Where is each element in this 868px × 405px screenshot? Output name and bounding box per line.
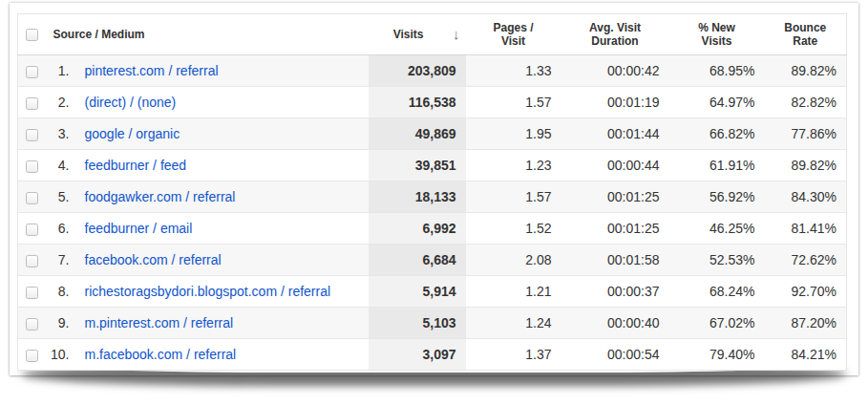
pct-new-visits-value: 68.95% [669,55,765,87]
row-checkbox[interactable] [26,350,38,362]
source-medium-link[interactable]: facebook.com / referral [85,252,222,267]
pages-per-visit-value: 1.33 [466,55,561,87]
pages-per-visit-value: 1.24 [466,308,561,339]
source-medium-table: Source / Medium Visits↓ Pages / Visit Av… [17,13,847,371]
column-header-source-medium[interactable]: Source / Medium [47,14,369,55]
visits-value: 6,684 [369,245,466,276]
table-row: 8. richestoragsbydori.blogspot.com / ref… [18,276,847,308]
bounce-rate-value: 72.62% [765,245,847,276]
pct-new-visits-value: 61.91% [669,150,765,181]
visits-value: 6,992 [369,213,466,245]
pct-new-visits-value: 52.53% [669,245,765,276]
pages-per-visit-value: 1.52 [466,213,561,245]
pages-per-visit-value: 1.37 [466,339,561,371]
row-rank: 9. [47,308,75,339]
source-medium-link[interactable]: richestoragsbydori.blogspot.com / referr… [85,284,331,299]
pct-new-visits-value: 66.82% [669,118,765,150]
visits-header-label: Visits [393,28,424,41]
pct-new-visits-value: 67.02% [669,308,765,339]
bounce-rate-value: 84.21% [765,339,847,371]
column-header-pct-new-visits[interactable]: % New Visits [669,14,765,55]
avg-visit-duration-header-line2: Duration [561,34,669,48]
bounce-rate-value: 84.30% [765,181,847,213]
avg-visit-duration-value: 00:00:42 [561,55,669,87]
visits-value: 49,869 [369,118,466,150]
row-checkbox[interactable] [26,192,38,204]
avg-visit-duration-value: 00:00:40 [561,308,669,339]
row-checkbox[interactable] [26,318,38,330]
table-row: 10. m.facebook.com / referral 3,097 1.37… [18,339,847,371]
bounce-rate-value: 89.82% [765,55,847,87]
bounce-rate-header-line1: Bounce [765,21,847,34]
row-rank: 8. [47,276,75,308]
row-checkbox[interactable] [26,97,38,110]
column-header-pages-visit[interactable]: Pages / Visit [466,14,561,55]
select-all-cell [18,14,47,55]
row-checkbox[interactable] [26,129,38,141]
avg-visit-duration-value: 00:01:44 [561,118,669,150]
source-medium-link[interactable]: feedburner / email [85,221,193,236]
row-checkbox[interactable] [26,160,38,173]
pct-new-visits-value: 68.24% [669,276,765,308]
row-rank: 1. [47,55,75,87]
table-row: 1. pinterest.com / referral 203,809 1.33… [18,55,847,87]
avg-visit-duration-value: 00:01:25 [561,181,669,213]
avg-visit-duration-value: 00:01:58 [561,245,669,276]
source-medium-header-label: Source / Medium [53,28,145,41]
source-medium-link[interactable]: feedburner / feed [85,158,187,173]
source-medium-link[interactable]: m.pinterest.com / referral [85,315,234,330]
pages-per-visit-value: 2.08 [466,245,561,276]
row-checkbox[interactable] [26,66,38,78]
pct-new-visits-value: 79.40% [669,339,765,371]
visits-value: 5,103 [369,308,466,339]
pages-per-visit-value: 1.23 [466,150,561,181]
source-medium-link[interactable]: (direct) / (none) [85,95,177,110]
report-card: Source / Medium Visits↓ Pages / Visit Av… [10,3,858,375]
pct-new-visits-value: 64.97% [669,87,765,118]
bounce-rate-header-line2: Rate [765,34,847,48]
visits-value: 116,538 [369,87,466,118]
table-row: 5. foodgawker.com / referral 18,133 1.57… [18,181,847,213]
visits-value: 39,851 [369,150,466,181]
bounce-rate-value: 89.82% [765,150,847,181]
pct-new-visits-header-line1: % New [669,21,765,34]
source-medium-link[interactable]: google / organic [85,126,180,141]
column-header-bounce-rate[interactable]: Bounce Rate [765,14,847,55]
row-checkbox[interactable] [26,287,38,299]
source-medium-link[interactable]: foodgawker.com / referral [85,189,236,204]
visits-value: 3,097 [369,339,466,371]
table-row: 4. feedburner / feed 39,851 1.23 00:00:4… [18,150,847,181]
bounce-rate-value: 92.70% [765,276,847,308]
pages-per-visit-value: 1.95 [466,118,561,150]
pct-new-visits-value: 56.92% [669,181,765,213]
pages-per-visit-value: 1.57 [466,87,561,118]
column-header-avg-visit-duration[interactable]: Avg. Visit Duration [561,14,669,55]
pages-visit-header-line1: Pages / [466,21,561,34]
pages-visit-header-line2: Visit [466,34,561,48]
select-all-checkbox[interactable] [26,29,38,41]
row-checkbox[interactable] [26,224,38,236]
source-medium-link[interactable]: pinterest.com / referral [85,63,219,78]
source-medium-link[interactable]: m.facebook.com / referral [85,347,237,362]
bounce-rate-value: 81.41% [765,213,847,245]
table-row: 7. facebook.com / referral 6,684 2.08 00… [18,245,847,276]
row-checkbox[interactable] [26,255,38,267]
pct-new-visits-value: 46.25% [669,213,765,245]
table-row: 3. google / organic 49,869 1.95 00:01:44… [18,118,847,150]
table-row: 2. (direct) / (none) 116,538 1.57 00:01:… [18,87,847,118]
pct-new-visits-header-line2: Visits [669,34,765,48]
row-rank: 6. [47,213,75,245]
avg-visit-duration-value: 00:00:54 [561,339,669,371]
row-rank: 10. [47,339,75,371]
row-rank: 3. [47,118,75,150]
avg-visit-duration-value: 00:00:44 [561,150,669,181]
row-rank: 4. [47,150,75,181]
avg-visit-duration-value: 00:01:25 [561,213,669,245]
visits-value: 203,809 [369,55,466,87]
pages-per-visit-value: 1.21 [466,276,561,308]
column-header-visits[interactable]: Visits↓ [369,14,466,55]
bounce-rate-value: 82.82% [765,87,847,118]
sort-descending-icon[interactable]: ↓ [424,28,460,41]
row-rank: 7. [47,245,75,276]
avg-visit-duration-value: 00:01:19 [561,87,669,118]
